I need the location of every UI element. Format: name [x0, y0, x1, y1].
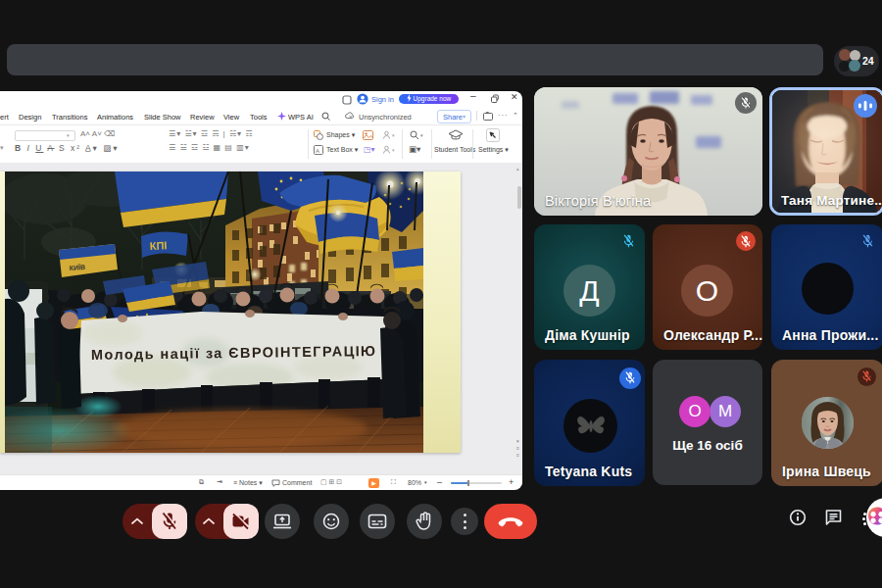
svg-text:A: A [316, 148, 319, 154]
